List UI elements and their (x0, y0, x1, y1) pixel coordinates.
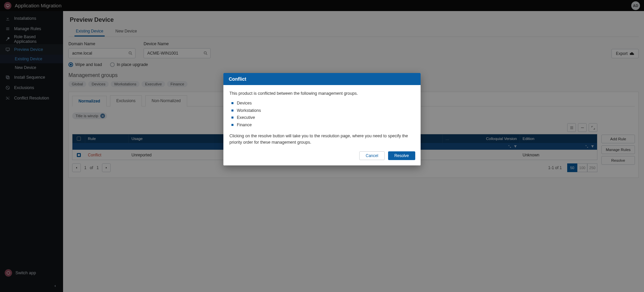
modal-group-item: Finance (231, 122, 415, 128)
modal-cancel-button[interactable]: Cancel (359, 151, 384, 160)
modal-title: Conflict (223, 73, 421, 85)
modal-footer: Cancel Resolve (223, 147, 421, 165)
modal-overlay[interactable]: Conflict This product is conflicted betw… (0, 0, 644, 292)
modal-resolve-button[interactable]: Resolve (388, 151, 415, 160)
modal-group-item: Devices (231, 100, 415, 106)
conflict-modal: Conflict This product is conflicted betw… (223, 73, 421, 165)
modal-help: Clicking on the resolve button will take… (229, 133, 415, 146)
modal-body: This product is conflicted between the f… (223, 85, 421, 147)
modal-group-list: Devices Workstations Executive Finance (231, 100, 415, 128)
modal-intro: This product is conflicted between the f… (229, 90, 415, 97)
modal-group-item: Executive (231, 115, 415, 121)
modal-group-item: Workstations (231, 107, 415, 114)
